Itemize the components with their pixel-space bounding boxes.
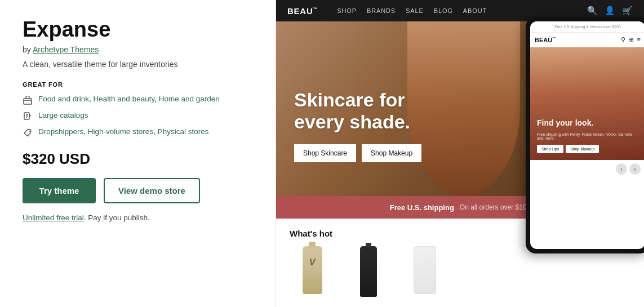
store-logo: BEAU™ (287, 6, 318, 16)
next-arrow-button[interactable]: › (629, 163, 641, 175)
mobile-screen: Free US shipping & returns over $100 BEA… (530, 21, 644, 249)
tagline: A clean, versatile theme for large inven… (23, 60, 253, 69)
hero-person-silhouette (407, 21, 520, 196)
product-thumb-3 (402, 246, 447, 297)
nav-about: ABOUT (463, 7, 487, 14)
mobile-shop-makeup-button[interactable]: Shop Makeup (566, 145, 599, 153)
mobile-hero-headline: Find your look. (537, 118, 638, 128)
author-line: by Archetype Themes (23, 45, 253, 54)
account-icon[interactable]: 👤 (605, 6, 615, 16)
hero-text-block: Skincare for every shade. Shop Skincare … (276, 89, 421, 196)
mobile-search-icon: ⚲ (621, 36, 625, 43)
right-panel: BEAU™ SHOP BRANDS SALE BLOG ABOUT 🔍 👤 🛒 (276, 0, 644, 307)
left-panel: Expanse by Archetype Themes A clean, ver… (0, 0, 276, 307)
svg-point-2 (29, 131, 30, 132)
shipping-text: Free U.S. shipping (390, 203, 454, 212)
mobile-nav-arrows: ‹ › (530, 160, 644, 178)
mobile-top-bar: Free US shipping & returns over $100 (530, 21, 644, 33)
food-link[interactable]: Food and drink (38, 95, 89, 103)
price: $320 USD (23, 150, 253, 168)
mobile-hero-buttons: Shop Lips Shop Makeup (537, 145, 638, 153)
buttons-row: Try theme View demo store (23, 178, 253, 203)
mobile-nav-icons: ⚲ ⊕ ≡ (621, 36, 641, 43)
dropshippers-link[interactable]: Dropshippers (38, 127, 83, 136)
feature-links-stores: Dropshippers, High-volume stores, Physic… (38, 127, 208, 136)
store-preview: BEAU™ SHOP BRANDS SALE BLOG ABOUT 🔍 👤 🛒 (276, 0, 644, 307)
shipping-sub: On all orders over $100 (460, 203, 530, 211)
mobile-nav-bar: BEAU™ ⚲ ⊕ ≡ (530, 33, 644, 47)
mobile-shop-lips-button[interactable]: Shop Lips (537, 145, 563, 153)
hero-headline: Skincare for every shade. (294, 89, 421, 133)
features-list: Food and drink, Health and beauty, Home … (23, 95, 253, 138)
high-volume-link[interactable]: High-volume stores (88, 127, 153, 136)
catalog-icon (23, 112, 33, 122)
unlimited-trial-link[interactable]: Unlimited free trial (23, 213, 84, 222)
nav-sale: SALE (406, 7, 424, 14)
nav-shop: SHOP (337, 7, 357, 14)
tag-icon (23, 128, 33, 138)
mobile-menu-icon: ≡ (637, 36, 641, 43)
feature-links-catalog: Large catalogs (38, 111, 88, 119)
nav-brands: BRANDS (367, 7, 396, 14)
mobile-hero: Find your look. Free shipping with Fenty… (530, 47, 644, 160)
product-bottle-2 (360, 246, 377, 297)
feature-links-food: Food and drink, Health and beauty, Home … (38, 95, 220, 103)
product-thumb-2 (346, 246, 391, 297)
home-link[interactable]: Home and garden (159, 95, 220, 103)
search-icon[interactable]: 🔍 (587, 6, 598, 16)
feature-item-catalog: Large catalogs (23, 111, 253, 122)
product-bottle-1 (303, 246, 322, 294)
shop-skincare-button[interactable]: Shop Skincare (294, 144, 356, 162)
product-bottle-3 (414, 246, 436, 294)
mobile-logo: BEAU™ (535, 37, 556, 43)
mobile-hero-sub: Free shipping with Fenty, Frank Green, V… (537, 132, 638, 140)
svg-rect-0 (24, 99, 32, 104)
mobile-hero-content: Find your look. Free shipping with Fenty… (537, 118, 638, 153)
product-thumb-1 (290, 246, 335, 297)
mobile-cart-icon: ⊕ (629, 36, 634, 43)
store-nav-links: SHOP BRANDS SALE BLOG ABOUT (337, 7, 487, 14)
physical-link[interactable]: Physical stores (158, 127, 209, 136)
by-prefix: by (23, 45, 31, 54)
view-demo-button[interactable]: View demo store (104, 178, 200, 203)
feature-item-food: Food and drink, Health and beauty, Home … (23, 95, 253, 105)
prev-arrow-button[interactable]: ‹ (616, 163, 627, 175)
products-row (290, 246, 630, 297)
trial-text: Unlimited free trial. Pay if you publish… (23, 213, 253, 222)
health-link[interactable]: Health and beauty (94, 95, 155, 103)
author-link[interactable]: Archetype Themes (33, 45, 99, 54)
try-theme-button[interactable]: Try theme (23, 178, 96, 203)
mobile-overlay: Free US shipping & returns over $100 BEA… (526, 17, 644, 253)
large-catalogs-link[interactable]: Large catalogs (38, 111, 88, 119)
store-icon (23, 95, 33, 105)
shop-makeup-button[interactable]: Shop Makeup (362, 144, 421, 162)
great-for-label: GREAT FOR (23, 81, 253, 88)
hero-buttons: Shop Skincare Shop Makeup (294, 144, 421, 162)
nav-blog: BLOG (434, 7, 453, 14)
trial-suffix: . Pay if you publish. (84, 213, 150, 222)
store-nav-icons: 🔍 👤 🛒 (587, 6, 633, 16)
theme-title: Expanse (23, 18, 253, 42)
feature-item-stores: Dropshippers, High-volume stores, Physic… (23, 127, 253, 138)
cart-icon[interactable]: 🛒 (622, 6, 633, 16)
